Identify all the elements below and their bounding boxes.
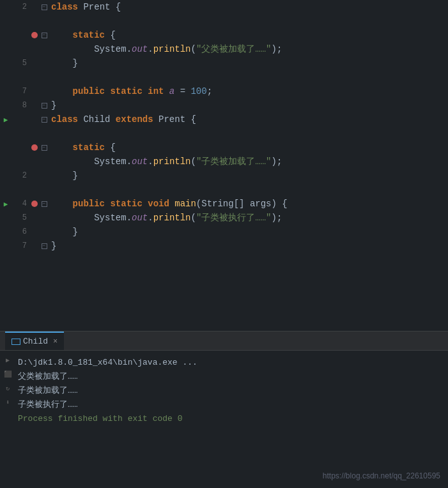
fold-icon[interactable]: − — [42, 103, 47, 109]
code-line: class Child extends Prent { — [51, 112, 448, 126]
cn-token: Prent — [158, 112, 190, 126]
console-line: D:\jdk1.8.0_181_x64\bin\java.exe ... — [18, 356, 440, 370]
code-line: class Prent { — [51, 0, 448, 14]
run-arrows-column: ▶▶ — [0, 0, 12, 331]
code-line: System.out.println("子类被执行了……"); — [51, 211, 448, 225]
run-cell — [0, 239, 12, 253]
kw-token: int — [148, 84, 169, 98]
fold-icon[interactable]: − — [42, 4, 47, 10]
console-line: 子类被加载了…… — [18, 384, 440, 398]
kw-token: static — [73, 141, 111, 155]
code-line — [51, 183, 448, 197]
line-number: 2 — [22, 0, 27, 14]
fold-cell — [40, 70, 49, 84]
plain-token: . — [148, 211, 153, 225]
line-number: 7 — [22, 239, 27, 253]
plain-token: ; — [207, 84, 212, 98]
plain-token: { — [116, 0, 121, 14]
plain-token: . — [127, 155, 132, 169]
plain-token: } — [51, 239, 56, 253]
line-number: 5 — [22, 211, 27, 225]
code-editor: ▶▶ 257824567 −−−−−−− class Prent { stati… — [0, 0, 448, 331]
fold-cell: − — [40, 28, 49, 42]
code-line — [51, 126, 448, 141]
console-tab-label: Child — [23, 337, 48, 346]
fold-icon[interactable]: − — [42, 33, 47, 38]
breakpoint-cell — [29, 14, 40, 28]
obj-token: System — [94, 155, 126, 169]
fold-cell: − — [40, 141, 49, 155]
breakpoint-cell — [29, 126, 40, 141]
plain-token — [51, 155, 94, 169]
run-cell — [0, 56, 12, 70]
fold-icon[interactable]: − — [42, 201, 47, 207]
line-number: 8 — [22, 98, 27, 112]
console-sidebar: ▶ ⬛ ↻ ⬇ — [0, 351, 15, 488]
fold-cell: − — [40, 98, 49, 112]
breakpoints-column — [29, 0, 40, 331]
run-cell — [0, 126, 12, 141]
console-tab-close[interactable]: × — [53, 337, 58, 346]
plain-token: args) { — [250, 197, 288, 211]
num-token: 100 — [190, 84, 206, 98]
run-cell — [0, 0, 12, 14]
kw-token: void — [148, 197, 174, 211]
plain-token: } — [51, 56, 78, 70]
breakpoint-cell — [29, 70, 40, 84]
var-italic-token: out — [132, 211, 148, 225]
plain-token: } — [51, 169, 78, 183]
kw-token: extends — [116, 112, 158, 126]
kw-token: class — [51, 112, 83, 126]
plain-token: ); — [272, 211, 282, 225]
var-italic-token: out — [132, 42, 148, 56]
plain-token — [51, 42, 94, 56]
plain-token: ( — [190, 155, 196, 169]
code-line: } — [51, 98, 448, 112]
fold-cell: − — [40, 197, 49, 211]
kw-token: class — [51, 0, 83, 14]
plain-token: ( — [196, 197, 201, 211]
fold-icon[interactable]: − — [42, 117, 47, 123]
code-line: System.out.println("父类被加载了……"); — [51, 42, 448, 56]
code-line — [51, 14, 448, 28]
kw-token: static — [110, 197, 148, 211]
fold-icon[interactable]: − — [42, 145, 47, 151]
code-line — [51, 70, 448, 84]
breakpoint-cell — [29, 98, 40, 112]
code-line: } — [51, 169, 448, 183]
line-numbers-column: 257824567 — [12, 0, 29, 331]
var-italic-token: out — [132, 155, 148, 169]
console-tab[interactable]: Child × — [5, 332, 64, 350]
cn-token: Child — [83, 112, 115, 126]
fold-cell — [40, 42, 49, 56]
code-line: public static int a = 100; — [51, 84, 448, 98]
line-number: 6 — [22, 225, 27, 239]
kw-token: public — [73, 84, 111, 98]
line-number: 4 — [22, 197, 27, 211]
console-lines: D:\jdk1.8.0_181_x64\bin\java.exe ...父类被加… — [18, 356, 440, 426]
breakpoint-cell — [29, 0, 40, 14]
run-cell — [0, 98, 12, 112]
console-header: Child × — [0, 332, 448, 351]
breakpoint-cell — [29, 112, 40, 126]
fold-cell — [40, 14, 49, 28]
breakpoint-cell — [29, 225, 40, 239]
plain-token: ( — [190, 42, 196, 56]
run-cell — [0, 169, 12, 183]
breakpoint-cell — [29, 42, 40, 56]
fold-cell: − — [40, 112, 49, 126]
plain-token: . — [148, 155, 153, 169]
plain-token: . — [148, 42, 153, 56]
str-token: "子类被加载了……" — [196, 155, 272, 169]
console-line: Process finished with exit code 0 — [18, 412, 440, 426]
fold-cell — [40, 56, 49, 70]
breakpoint-cell — [29, 141, 40, 155]
plain-token: { — [110, 28, 115, 42]
plain-token: } — [51, 98, 56, 112]
plain-token — [51, 211, 94, 225]
var-italic-token: a — [169, 84, 174, 98]
plain-token: } — [51, 225, 78, 239]
fold-cell — [40, 211, 49, 225]
console-panel: Child × ▶ ⬛ ↻ ⬇ D:\jdk1.8.0_181_x64\bin\… — [0, 331, 448, 488]
fold-icon[interactable]: − — [42, 243, 47, 249]
